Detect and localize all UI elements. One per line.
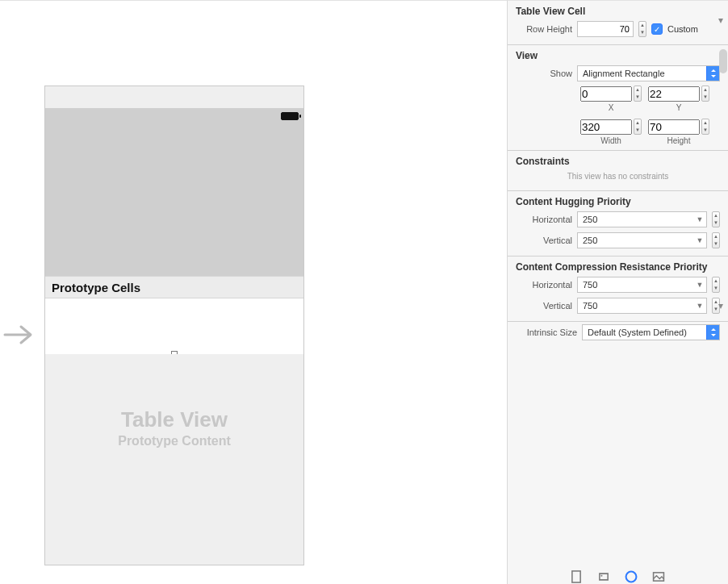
hugging-horizontal-stepper[interactable]: ▲▼ [712,211,720,227]
constraints-section-title: Constraints [508,151,728,169]
row-height-label: Row Height [516,24,572,34]
compression-horizontal-label: Horizontal [516,280,572,290]
width-label: Width [600,136,621,145]
compression-horizontal-select[interactable]: 750 ▼ [577,277,707,293]
size-inspector-panel: Table View Cell Row Height ▲▼ ✓ Custom V… [507,0,728,584]
entry-point-arrow-icon [3,322,36,348]
chevron-down-icon: ▼ [693,212,706,227]
show-label: Show [516,69,572,78]
status-bar [45,108,303,124]
row-height-row: Row Height ▲▼ ✓ Custom [508,19,728,40]
hugging-horizontal-select[interactable]: 250 ▼ [577,211,707,227]
compression-section-title: Content Compression Resistance Priority [508,257,728,274]
hugging-horizontal-label: Horizontal [516,215,572,224]
file-template-icon[interactable] [569,571,584,582]
show-select-value: Alignment Rectangle [583,69,665,78]
table-view-placeholder[interactable]: Table View Prototype Content [45,354,303,564]
height-label: Height [667,136,691,145]
table-view-subtitle: Prototype Content [118,434,231,448]
compression-horizontal-stepper[interactable]: ▲▼ [712,277,720,293]
row-height-field[interactable] [577,21,634,37]
storyboard-canvas[interactable]: Prototype Cells Table View Prototype Con… [0,0,507,584]
select-arrows-icon [706,66,719,81]
view-section-title: View [508,45,728,63]
svg-point-4 [600,575,602,577]
table-view-cell-section-title: Table View Cell [508,1,728,19]
y-field[interactable] [648,86,700,102]
show-select[interactable]: Alignment Rectangle [577,65,720,81]
select-arrows-icon [706,325,719,340]
section-collapse-icon[interactable] [717,14,725,22]
inspector-scrollbar[interactable] [719,49,727,73]
prototype-cells-header: Prototype Cells [45,276,303,298]
hugging-horizontal-value: 250 [583,215,597,224]
chevron-down-icon: ▼ [693,298,706,313]
width-stepper[interactable]: ▲▼ [634,119,642,135]
intrinsic-size-select[interactable]: Default (System Defined) [582,324,720,340]
hugging-vertical-label: Vertical [516,236,572,245]
y-label: Y [676,103,682,112]
library-toolbar [569,571,666,582]
hugging-vertical-stepper[interactable]: ▲▼ [712,232,720,248]
no-constraints-hint: This view has no constraints [508,169,728,186]
chevron-down-icon: ▼ [693,277,706,292]
prototype-cells-label: Prototype Cells [52,281,140,294]
svg-point-5 [626,572,637,582]
table-view-title: Table View [121,407,228,432]
height-field[interactable] [648,119,700,135]
hugging-section-title: Content Hugging Priority [508,191,728,209]
navigation-bar-area[interactable] [45,124,303,276]
compression-vertical-select[interactable]: 750 ▼ [577,298,707,314]
x-field[interactable] [580,86,632,102]
object-library-icon[interactable] [624,571,638,582]
row-height-stepper[interactable]: ▲▼ [638,21,646,37]
compression-horizontal-value: 750 [583,280,597,290]
show-row: Show Alignment Rectangle [508,63,728,84]
custom-label: Custom [667,24,698,34]
compression-vertical-value: 750 [583,301,597,311]
intrinsic-size-label: Intrinsic Size [516,327,577,337]
table-view-cell[interactable] [45,298,303,355]
svg-rect-3 [572,571,580,582]
x-stepper[interactable]: ▲▼ [634,86,642,102]
hugging-vertical-select[interactable]: 250 ▼ [577,232,707,248]
intrinsic-size-value: Default (System Defined) [588,327,687,337]
compression-vertical-label: Vertical [516,301,572,311]
y-stepper[interactable]: ▲▼ [701,86,709,102]
hugging-vertical-value: 250 [583,236,597,245]
chevron-down-icon: ▼ [693,233,706,248]
width-field[interactable] [580,119,632,135]
media-library-icon[interactable] [651,571,666,582]
code-snippet-icon[interactable] [596,571,611,582]
height-stepper[interactable]: ▲▼ [701,119,709,135]
battery-icon [281,112,299,120]
section-collapse-icon[interactable] [717,299,725,307]
x-label: X [609,103,614,112]
custom-checkbox[interactable]: ✓ [651,23,663,35]
